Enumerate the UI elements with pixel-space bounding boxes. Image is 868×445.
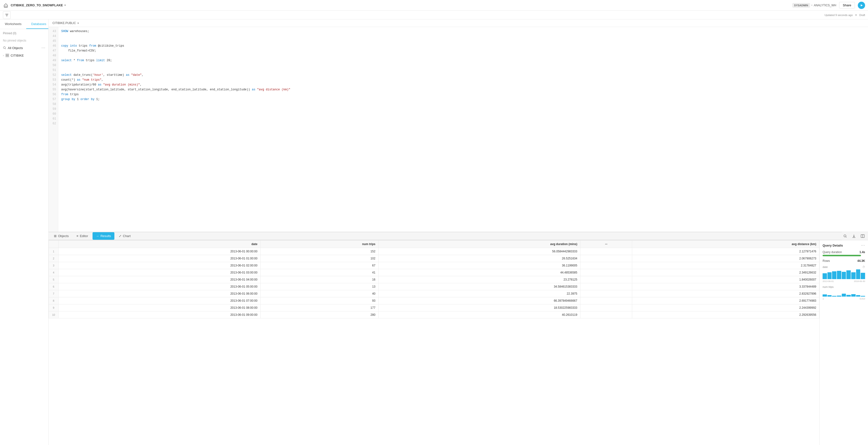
tab-results[interactable]: → Results	[93, 232, 114, 240]
table-row[interactable]: 4 2013-06-01 03:00:00 41 44.48536585 2.3…	[49, 269, 819, 276]
project-name[interactable]: CITIBIKE_ZERO_TO_SNOWFLAKE ▼	[11, 3, 66, 7]
ellipsis-cell	[580, 312, 632, 319]
mini-bar	[846, 270, 851, 279]
header-left: CITIBIKE_ZERO_TO_SNOWFLAKE ▼	[3, 2, 66, 8]
tab-actions	[842, 233, 868, 239]
date-cell: 2013-06-01 09:00:00	[59, 312, 260, 319]
num-trips-cell: 40	[260, 290, 378, 297]
code-content[interactable]: SHOW warehouses; copy into trips from @c…	[58, 27, 868, 232]
qd-duration-bar	[823, 255, 861, 256]
table-row[interactable]: 5 2013-06-01 04:00:00 16 23.278125 1.840…	[49, 276, 819, 283]
objects-tab-icon: ⊞	[54, 234, 57, 238]
avg-duration-cell: 40.2610119	[378, 312, 580, 319]
avg-distance-cell: 2.349126632	[632, 269, 819, 276]
all-objects-menu[interactable]: ···	[41, 46, 45, 50]
row-num-cell: 6	[49, 283, 59, 290]
avg-distance-cell: 2.31784827	[632, 262, 819, 269]
code-line: avg(tripduration)/60 as "avg duration (m…	[61, 82, 865, 87]
svg-point-8	[844, 235, 846, 237]
line-number: 61	[49, 116, 58, 121]
project-dropdown-icon[interactable]: ▼	[64, 4, 66, 6]
row-num-cell: 2	[49, 255, 59, 262]
line-number: 53	[49, 78, 58, 82]
qd-menu[interactable]: ···	[861, 243, 865, 247]
line-number: 54	[49, 82, 58, 87]
num-trips-cell: 177	[260, 304, 378, 312]
trips-chart-labels: 1 8,810	[823, 298, 865, 300]
table-row[interactable]: 2 2013-06-01 01:00:00 102 26.5251634 2.0…	[49, 255, 819, 262]
mini-bar	[851, 272, 856, 279]
avg-duration-cell: 66.397849466667	[378, 297, 580, 304]
search-results-button[interactable]	[842, 233, 848, 239]
line-number: 48	[49, 53, 58, 58]
sub-header: Updated 9 seconds ago ▼ Draft	[0, 11, 868, 20]
date-header: date	[59, 240, 260, 248]
share-button[interactable]: Share	[839, 2, 855, 8]
mini-bar	[832, 271, 836, 279]
tab-chart[interactable]: ⤢ Chart	[115, 232, 134, 240]
main-content: CITIBIKE.PUBLIC ▼ 4344454647484950515253…	[49, 20, 868, 445]
ellipsis-header: ···	[580, 240, 632, 248]
avg-duration-cell: 22.3975	[378, 290, 580, 297]
tab-editor[interactable]: ≡ Editor	[73, 232, 92, 240]
tab-objects[interactable]: ⊞ Objects	[51, 232, 72, 240]
draft-label: Draft	[859, 13, 865, 17]
num-trips-cell: 152	[260, 248, 378, 255]
avg-duration-header: avg duration (mins)	[378, 240, 580, 248]
clock-icon: ⏱	[862, 266, 865, 268]
table-row[interactable]: 6 2013-06-01 05:00:00 13 34.584615383333…	[49, 283, 819, 290]
home-icon[interactable]	[3, 2, 9, 8]
code-line	[61, 102, 865, 107]
tab-worksheets[interactable]: Worksheets	[0, 20, 26, 29]
row-num-cell: 8	[49, 297, 59, 304]
row-num-header	[49, 240, 59, 248]
split-view-button[interactable]	[859, 233, 866, 239]
breadcrumb-dropdown-icon[interactable]: ▼	[77, 22, 80, 25]
ellipsis-cell	[580, 297, 632, 304]
table-row[interactable]: 10 2013-06-01 09:00:00 280 40.2610119 2.…	[49, 312, 819, 319]
line-number: 56	[49, 92, 58, 97]
date-cell: 2013-06-01 05:00:00	[59, 283, 260, 290]
run-button[interactable]	[858, 2, 865, 9]
ellipsis-cell	[580, 255, 632, 262]
bottom-tabs: ⊞ Objects ≡ Editor → Results ⤢ Chart	[49, 232, 842, 240]
table-row[interactable]: 1 2013-06-01 00:00:00 152 56.05844429833…	[49, 248, 819, 255]
all-objects-item[interactable]: All Objects ···	[0, 44, 48, 52]
results-tab-icon: →	[96, 234, 99, 238]
line-number: 47	[49, 48, 58, 53]
row-num-cell: 5	[49, 276, 59, 283]
results-table-container[interactable]: date num trips avg duration (mins) ··· a…	[49, 240, 819, 445]
qd-rows-row: Rows 44.3K	[823, 259, 865, 263]
qd-trips-title: num trips	[823, 286, 865, 288]
table-row[interactable]: 9 2013-06-01 08:00:00 177 18.53022598333…	[49, 304, 819, 312]
line-number: 60	[49, 112, 58, 116]
download-button[interactable]	[850, 233, 857, 239]
date-cell: 2013-06-01 07:00:00	[59, 297, 260, 304]
tab-databases[interactable]: Databases	[26, 20, 49, 29]
avg-distance-cell: 2.691774983	[632, 297, 819, 304]
code-line	[61, 53, 865, 58]
date-cell: 2013-06-01 06:00:00	[59, 290, 260, 297]
qd-header: Query Details ···	[823, 243, 865, 247]
code-line: SHOW warehouses;	[61, 29, 865, 34]
code-line	[61, 34, 865, 39]
qd-date-title: date ⏱	[823, 266, 865, 268]
num-trips-cell: 280	[260, 312, 378, 319]
date-cell: 2013-06-01 01:00:00	[59, 255, 260, 262]
line-number: 62	[49, 121, 58, 126]
table-row[interactable]: 7 2013-06-01 06:00:00 40 22.3975 2.83292…	[49, 290, 819, 297]
filter-button[interactable]	[3, 11, 11, 19]
table-row[interactable]: 3 2013-06-01 02:00:00 67 36.1199005 2.31…	[49, 262, 819, 269]
sub-header-right: Updated 9 seconds ago ▼ Draft	[825, 13, 865, 17]
line-number: 58	[49, 102, 58, 107]
editor-tab-icon: ≡	[76, 234, 79, 238]
mini-bar	[856, 269, 861, 279]
avg-duration-cell: 44.48536585	[378, 269, 580, 276]
num-trips-cell: 67	[260, 262, 378, 269]
svg-line-5	[5, 49, 6, 49]
table-row[interactable]: 8 2013-06-01 07:00:00 93 66.397849466667…	[49, 297, 819, 304]
row-num-cell: 3	[49, 262, 59, 269]
ellipsis-cell	[580, 276, 632, 283]
svg-rect-0	[5, 6, 6, 7]
sidebar-item-citibike[interactable]: › CITIBIKE	[0, 52, 48, 59]
